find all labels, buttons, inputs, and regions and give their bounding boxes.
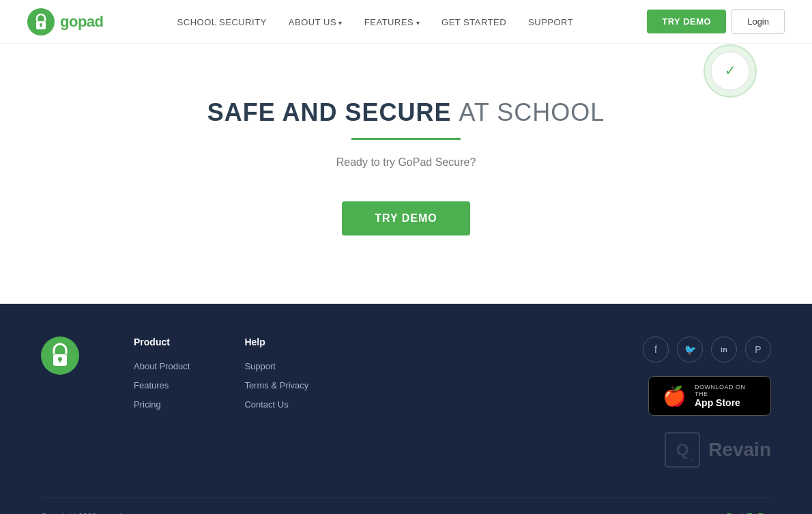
navbar: gopad SCHOOL SECURITY ABOUT US FEATURES … bbox=[0, 0, 812, 44]
svg-text:✓: ✓ bbox=[689, 456, 695, 463]
pinterest-icon: P bbox=[755, 344, 761, 355]
logo-icon bbox=[27, 8, 55, 35]
hero-title-at-school: AT SCHOOL bbox=[459, 98, 605, 126]
footer-link-support[interactable]: Support bbox=[244, 361, 276, 371]
hero-title-bold: SAFE AND SECURE bbox=[207, 98, 452, 126]
hero-try-demo-button[interactable]: TRY DEMO bbox=[342, 201, 470, 235]
app-store-button[interactable]: 🍎 Download on the App Store bbox=[648, 376, 771, 416]
nav-links: SCHOOL SECURITY ABOUT US FEATURES GET ST… bbox=[177, 16, 574, 28]
svg-text:✓: ✓ bbox=[725, 63, 736, 78]
try-demo-button[interactable]: TRY DEMO bbox=[647, 10, 726, 33]
footer-help-link-support[interactable]: Support bbox=[244, 360, 308, 372]
footer-right: f 🐦 in P 🍎 Download on the App Store bbox=[643, 337, 771, 470]
footer-help-link-contact[interactable]: Contact Us bbox=[244, 398, 308, 410]
footer-col-product: Product About Product Features Pricing bbox=[134, 337, 190, 470]
app-store-name: App Store bbox=[695, 397, 757, 408]
footer-link-terms[interactable]: Terms & Privacy bbox=[244, 380, 308, 390]
footer-columns: Product About Product Features Pricing H… bbox=[134, 337, 588, 470]
nav-link-about-us[interactable]: ABOUT US bbox=[289, 17, 343, 27]
apple-icon: 🍎 bbox=[663, 385, 686, 408]
logo-text: gopad bbox=[60, 13, 104, 31]
hero-title: SAFE AND SECURE AT SCHOOL bbox=[207, 98, 605, 127]
footer-logo bbox=[41, 337, 79, 470]
linkedin-icon: in bbox=[721, 345, 727, 354]
hero-divider bbox=[351, 138, 461, 140]
nav-link-school-security[interactable]: SCHOOL SECURITY bbox=[177, 17, 267, 27]
footer-link-pricing[interactable]: Pricing bbox=[134, 399, 161, 410]
revain-text: Revain bbox=[708, 439, 771, 461]
revain-logo-icon: Q ✓ bbox=[662, 429, 703, 470]
social-icons: f 🐦 in P bbox=[643, 337, 771, 362]
revain-badge: Q ✓ Revain bbox=[662, 429, 771, 470]
nav-link-get-started[interactable]: GET STARTED bbox=[441, 17, 506, 27]
nav-link-features[interactable]: FEATURES bbox=[364, 17, 420, 27]
footer-logo-icon bbox=[41, 337, 79, 375]
login-button[interactable]: Login bbox=[731, 9, 785, 34]
social-facebook[interactable]: f bbox=[643, 337, 669, 362]
app-store-label: Download on the bbox=[695, 384, 757, 397]
nav-item-support[interactable]: SUPPORT bbox=[528, 16, 573, 28]
social-linkedin[interactable]: in bbox=[711, 337, 737, 362]
nav-item-about-us[interactable]: ABOUT US bbox=[289, 16, 343, 28]
twitter-icon: 🐦 bbox=[684, 344, 696, 355]
footer-product-links: About Product Features Pricing bbox=[134, 360, 190, 410]
footer-col-help: Help Support Terms & Privacy Contact Us bbox=[244, 337, 308, 470]
svg-rect-10 bbox=[59, 359, 61, 362]
svg-rect-3 bbox=[40, 25, 42, 27]
navbar-actions: TRY DEMO Login bbox=[647, 9, 785, 34]
nav-item-get-started[interactable]: GET STARTED bbox=[441, 16, 506, 28]
badge-icon: ✓ bbox=[703, 44, 757, 98]
footer-product-link-pricing[interactable]: Pricing bbox=[134, 398, 190, 410]
footer-link-features[interactable]: Features bbox=[134, 380, 169, 390]
footer-top: Product About Product Features Pricing H… bbox=[41, 337, 771, 470]
footer-product-link-features[interactable]: Features bbox=[134, 379, 190, 391]
nav-item-school-security[interactable]: SCHOOL SECURITY bbox=[177, 16, 267, 28]
nav-link-support[interactable]: SUPPORT bbox=[528, 17, 573, 27]
badge-area: ✓ bbox=[703, 44, 757, 101]
footer-product-link-about[interactable]: About Product bbox=[134, 360, 190, 372]
hero-subtitle: Ready to try GoPad Secure? bbox=[336, 156, 476, 169]
footer-bottom: Copyright 2022 gopadsecure.com ▲ Back To… bbox=[41, 498, 771, 514]
footer-product-heading: Product bbox=[134, 337, 190, 347]
social-twitter[interactable]: 🐦 bbox=[677, 337, 703, 362]
svg-text:Q: Q bbox=[676, 440, 689, 459]
app-store-text: Download on the App Store bbox=[695, 384, 757, 408]
footer-help-link-terms[interactable]: Terms & Privacy bbox=[244, 379, 308, 391]
footer-help-heading: Help bbox=[244, 337, 308, 347]
hero-section: ✓ SAFE AND SECURE AT SCHOOL Ready to try… bbox=[0, 44, 812, 304]
footer: Product About Product Features Pricing H… bbox=[0, 304, 812, 514]
logo[interactable]: gopad bbox=[27, 8, 104, 35]
footer-help-links: Support Terms & Privacy Contact Us bbox=[244, 360, 308, 410]
nav-item-features[interactable]: FEATURES bbox=[364, 16, 420, 28]
footer-link-contact[interactable]: Contact Us bbox=[244, 399, 288, 410]
social-pinterest[interactable]: P bbox=[745, 337, 771, 362]
footer-link-about-product[interactable]: About Product bbox=[134, 361, 190, 371]
facebook-icon: f bbox=[654, 344, 657, 355]
